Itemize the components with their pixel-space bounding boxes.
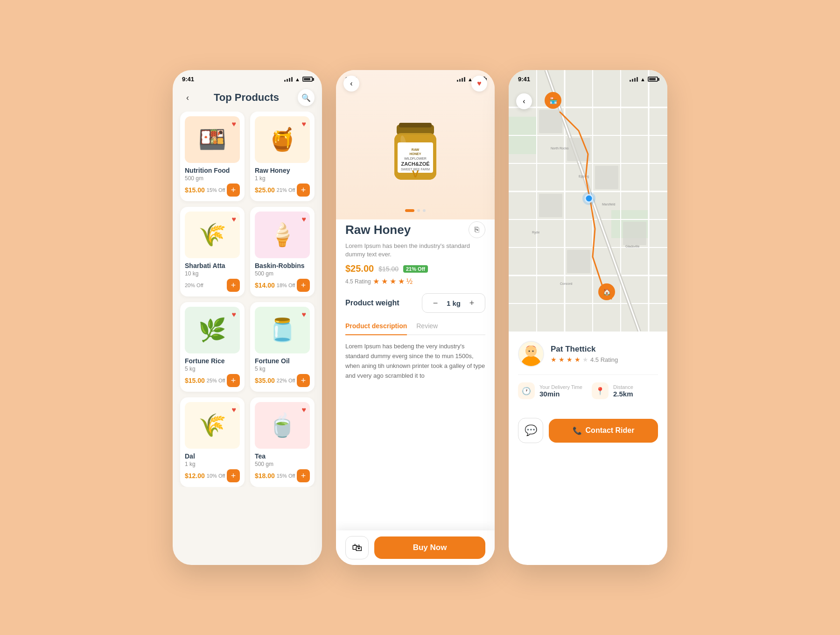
rider-info: Pat Thettick ★ ★ ★ ★ ★ 4.5 Rating: [518, 341, 658, 375]
signal-icon: [284, 77, 293, 82]
star-1: ★: [373, 277, 379, 286]
star-4: ★: [398, 277, 405, 286]
contact-rider-label: Contact Rider: [586, 426, 635, 435]
rider-details: Pat Thettick ★ ★ ★ ★ ★ 4.5 Rating: [551, 345, 618, 363]
product-card: 🍦 ♥ Baskin-Robbins 500 gm $14.00 18% Off…: [250, 207, 315, 296]
star-3: ★: [390, 277, 396, 286]
favorite-button-2[interactable]: ♥: [232, 215, 237, 224]
phone-product-detail: 9:41 ▲ ‹ ♥ RAW: [336, 70, 495, 565]
product-price-row: $15.00 25% Off +: [185, 374, 240, 387]
svg-text:Marsfield: Marsfield: [602, 203, 616, 206]
favorite-button-7[interactable]: ♥: [302, 406, 307, 414]
rider-star-3: ★: [567, 356, 573, 363]
increase-weight-button[interactable]: +: [466, 297, 477, 309]
svg-point-50: [529, 351, 530, 352]
product-card: 🍱 ♥ Nutrition Food 500 gm $15.00 15% Off…: [180, 112, 245, 201]
back-button-1[interactable]: ‹: [180, 90, 195, 105]
product-price-row: $18.00 15% Off +: [255, 469, 310, 482]
status-bar-1: 9:41 ▲: [173, 70, 322, 85]
product-card-weight: 500 gm: [255, 461, 310, 467]
distance-stat: 📍 Distance 2.5km: [592, 382, 658, 399]
weight-control: − 1 kg +: [422, 293, 485, 313]
back-button-2[interactable]: ‹: [343, 76, 359, 92]
product-card-image: 🍵 ♥: [255, 402, 310, 449]
product-card-name: Raw Honey: [255, 167, 310, 174]
time-3: 9:41: [518, 76, 530, 83]
price-off: 25% Off: [207, 378, 225, 383]
product-card-image: 🍱 ♥: [185, 116, 240, 163]
product-card-image: 🌿 ♥: [185, 307, 240, 353]
cart-button[interactable]: 🛍: [345, 536, 369, 559]
tab-review[interactable]: Review: [416, 322, 438, 334]
add-to-cart-button[interactable]: +: [297, 469, 310, 482]
svg-point-49: [525, 346, 537, 357]
rider-star-5: ★: [582, 356, 588, 363]
dot-1[interactable]: [417, 209, 420, 212]
title-row: Raw Honey ⎘: [345, 221, 485, 238]
svg-rect-32: [595, 166, 618, 189]
add-to-cart-button[interactable]: +: [227, 374, 240, 387]
add-to-cart-button[interactable]: +: [227, 469, 240, 482]
wifi-icon: ▲: [295, 77, 300, 82]
favorite-button[interactable]: ♥: [471, 76, 487, 92]
svg-text:HONEY: HONEY: [410, 152, 421, 155]
battery-icon: [302, 77, 313, 82]
share-button[interactable]: ⎘: [469, 221, 485, 238]
current-price: $25.00: [345, 263, 374, 274]
price-current: $18.00: [255, 472, 275, 480]
svg-rect-35: [567, 250, 590, 273]
product-card-image: 🌾 ♥: [185, 212, 240, 258]
discount-badge: 21% Off: [403, 265, 428, 273]
tab-product-description[interactable]: Product description: [345, 322, 407, 335]
phone-icon: 📞: [573, 426, 582, 435]
rating-label: 4.5 Rating: [345, 278, 371, 285]
rider-avatar: [518, 341, 544, 367]
product-card: 🌿 ♥ Fortune Rice 5 kg $15.00 25% Off +: [180, 302, 245, 392]
chat-button[interactable]: 💬: [518, 418, 543, 443]
price-info: $14.00 18% Off: [255, 282, 295, 289]
favorite-button-0[interactable]: ♥: [232, 120, 237, 128]
product-card-name: Fortune Rice: [185, 357, 240, 365]
favorite-button-5[interactable]: ♥: [302, 310, 307, 319]
price-row: $25.00 $15.00 21% Off: [345, 263, 485, 274]
add-to-cart-button[interactable]: +: [227, 183, 240, 197]
price-current: $15.00: [185, 186, 205, 194]
search-button[interactable]: 🔍: [298, 89, 315, 106]
price-off: 22% Off: [277, 378, 295, 383]
svg-point-48: [521, 356, 541, 366]
price-off: 20% Off: [185, 282, 203, 288]
svg-text:🏠: 🏠: [603, 288, 611, 296]
dot-active[interactable]: [405, 209, 414, 212]
favorite-button-1[interactable]: ♥: [302, 120, 307, 128]
add-to-cart-button[interactable]: +: [297, 279, 310, 292]
add-to-cart-button[interactable]: +: [297, 374, 310, 387]
product-name: Raw Honey: [345, 223, 411, 237]
add-to-cart-button[interactable]: +: [227, 279, 240, 292]
product-card-image: 🌾 ♥: [185, 402, 240, 449]
product-card: 🌾 ♥ Sharbati Atta 10 kg 20% Off +: [180, 207, 245, 296]
svg-rect-2: [399, 123, 432, 127]
contact-rider-button[interactable]: 📞 Contact Rider: [549, 419, 658, 443]
dot-2[interactable]: [423, 209, 426, 212]
delivery-card: Pat Thettick ★ ★ ★ ★ ★ 4.5 Rating 🕐 Your…: [509, 332, 667, 418]
svg-text:Concord: Concord: [560, 282, 573, 285]
product-card-image: 🍦 ♥: [255, 212, 310, 258]
product-price-row: $35.00 22% Off +: [255, 374, 310, 387]
product-card-weight: 1 kg: [255, 175, 310, 182]
svg-text:V: V: [412, 168, 419, 180]
back-button-3[interactable]: ‹: [516, 93, 532, 109]
decrease-weight-button[interactable]: −: [430, 297, 441, 309]
product-emoji: 🍯: [268, 127, 296, 153]
favorite-button-6[interactable]: ♥: [232, 406, 237, 414]
weight-section: Product weight − 1 kg +: [345, 293, 485, 313]
add-to-cart-button[interactable]: +: [297, 183, 310, 197]
delivery-time-stat: 🕐 Your Delivery Time 30min: [518, 382, 584, 399]
phone-delivery-tracking: 9:41 ▲: [509, 70, 667, 565]
product-card: 🍯 ♥ Raw Honey 1 kg $25.00 21% Off +: [250, 112, 315, 201]
buy-now-button[interactable]: Buy Now: [374, 536, 485, 559]
status-bar-2: 9:41 ▲: [336, 70, 495, 85]
favorite-button-4[interactable]: ♥: [232, 310, 237, 319]
price-off: 15% Off: [277, 473, 295, 479]
favorite-button-3[interactable]: ♥: [302, 215, 307, 224]
price-off: 21% Off: [277, 187, 295, 193]
